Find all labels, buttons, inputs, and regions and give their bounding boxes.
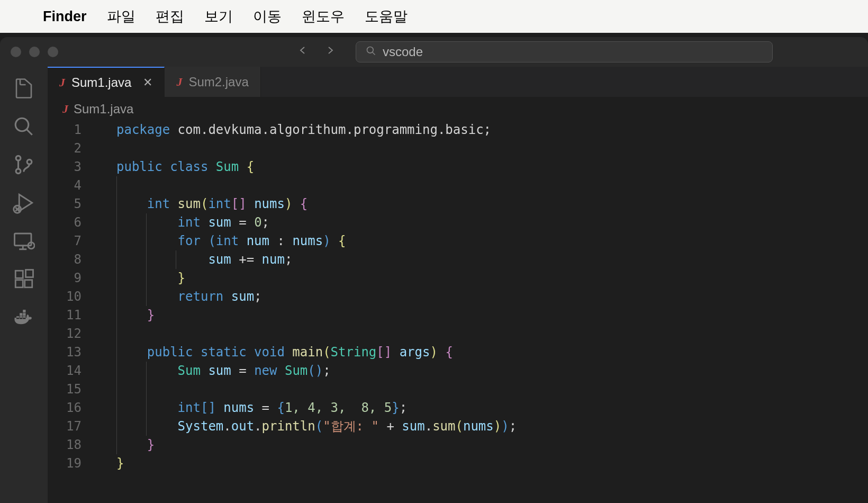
code-editor[interactable]: 1 2 3 4 5 6 7 8 9 10 11 12 13 14 15 16 1 <box>48 121 868 503</box>
menu-edit[interactable]: 편집 <box>156 7 184 26</box>
menubar-app-name[interactable]: Finder <box>43 8 87 25</box>
close-button[interactable] <box>11 47 21 57</box>
line-number: 7 <box>48 232 82 250</box>
code-line <box>116 139 868 158</box>
breadcrumb[interactable]: J Sum1.java <box>48 97 868 121</box>
code-line: } <box>116 306 868 325</box>
tab-sum2[interactable]: J Sum2.java <box>165 67 260 97</box>
line-number: 14 <box>48 362 82 380</box>
editor-area: J Sum1.java ✕ J Sum2.java J Sum1.java 1 <box>48 67 868 503</box>
svg-point-1 <box>15 118 29 131</box>
code-line <box>116 176 868 195</box>
code-line: int sum(int[] nums) { <box>116 195 868 213</box>
code-line: public static void main(String[] args) { <box>116 343 868 362</box>
source-control-icon[interactable] <box>13 154 35 176</box>
code-line: int[] nums = {1, 4, 3, 8, 5}; <box>116 399 868 417</box>
line-number: 10 <box>48 288 82 306</box>
maximize-button[interactable] <box>48 47 58 57</box>
java-file-icon: J <box>59 76 65 89</box>
menu-help[interactable]: 도움말 <box>365 7 408 26</box>
code-line: package com.devkuma.algorithum.programmi… <box>116 121 868 139</box>
command-center-search[interactable]: vscode <box>356 41 773 62</box>
code-line: sum += num; <box>116 250 868 269</box>
line-number: 6 <box>48 213 82 232</box>
tab-label: Sum1.java <box>71 75 131 90</box>
code-line: public class Sum { <box>116 158 868 176</box>
code-line: Sum sum = new Sum(); <box>116 362 868 380</box>
explorer-icon[interactable] <box>13 77 35 100</box>
line-number: 8 <box>48 250 82 269</box>
search-icon <box>366 46 376 59</box>
minimize-button[interactable] <box>29 47 40 57</box>
java-file-icon: J <box>176 75 182 89</box>
activity-bar <box>0 67 48 503</box>
titlebar: vscode <box>0 37 868 67</box>
line-number: 9 <box>48 269 82 288</box>
java-file-icon: J <box>62 102 68 116</box>
svg-rect-10 <box>25 280 32 288</box>
code-line <box>116 380 868 399</box>
editor-tabs: J Sum1.java ✕ J Sum2.java <box>48 67 868 97</box>
nav-back-icon[interactable] <box>296 44 309 60</box>
traffic-lights <box>11 47 58 57</box>
code-line: } <box>116 436 868 454</box>
code-line: } <box>116 454 868 473</box>
nav-arrows <box>296 44 337 60</box>
close-icon[interactable]: ✕ <box>143 76 152 89</box>
svg-rect-11 <box>26 270 33 277</box>
menu-window[interactable]: 윈도우 <box>302 7 345 26</box>
run-debug-icon[interactable] <box>13 192 35 214</box>
code-line: int sum = 0; <box>116 213 868 232</box>
code-line: for (int num : nums) { <box>116 232 868 250</box>
remote-explorer-icon[interactable] <box>13 230 35 252</box>
search-text: vscode <box>383 44 423 59</box>
docker-icon[interactable] <box>13 306 35 328</box>
menu-file[interactable]: 파일 <box>107 7 135 26</box>
extensions-icon[interactable] <box>13 268 35 290</box>
vscode-window: vscode <box>0 37 868 503</box>
code-line: System.out.println("합계: " + sum.sum(nums… <box>116 417 868 436</box>
line-numbers: 1 2 3 4 5 6 7 8 9 10 11 12 13 14 15 16 1 <box>48 121 94 503</box>
line-number: 12 <box>48 325 82 343</box>
macos-menubar: Finder 파일 편집 보기 이동 윈도우 도움말 <box>0 0 868 33</box>
code-line: } <box>116 269 868 288</box>
line-number: 2 <box>48 139 82 158</box>
code-content[interactable]: package com.devkuma.algorithum.programmi… <box>94 121 868 503</box>
svg-rect-9 <box>15 280 23 288</box>
svg-rect-8 <box>15 271 23 278</box>
tab-label: Sum2.java <box>188 75 248 89</box>
nav-forward-icon[interactable] <box>324 44 337 60</box>
line-number: 17 <box>48 417 82 436</box>
breadcrumb-filename: Sum1.java <box>74 102 133 116</box>
line-number: 13 <box>48 343 82 362</box>
line-number: 19 <box>48 454 82 473</box>
line-number: 18 <box>48 436 82 454</box>
line-number: 3 <box>48 158 82 176</box>
line-number: 4 <box>48 176 82 195</box>
code-line <box>116 325 868 343</box>
svg-point-0 <box>367 47 374 53</box>
line-number: 11 <box>48 306 82 325</box>
line-number: 5 <box>48 195 82 213</box>
menu-view[interactable]: 보기 <box>204 7 233 26</box>
menu-go[interactable]: 이동 <box>253 7 282 26</box>
line-number: 1 <box>48 121 82 139</box>
line-number: 16 <box>48 399 82 417</box>
tab-sum1[interactable]: J Sum1.java ✕ <box>48 67 165 97</box>
code-line: return sum; <box>116 288 868 306</box>
search-activity-icon[interactable] <box>13 115 35 138</box>
line-number: 15 <box>48 380 82 399</box>
main-layout: J Sum1.java ✕ J Sum2.java J Sum1.java 1 <box>0 67 868 503</box>
